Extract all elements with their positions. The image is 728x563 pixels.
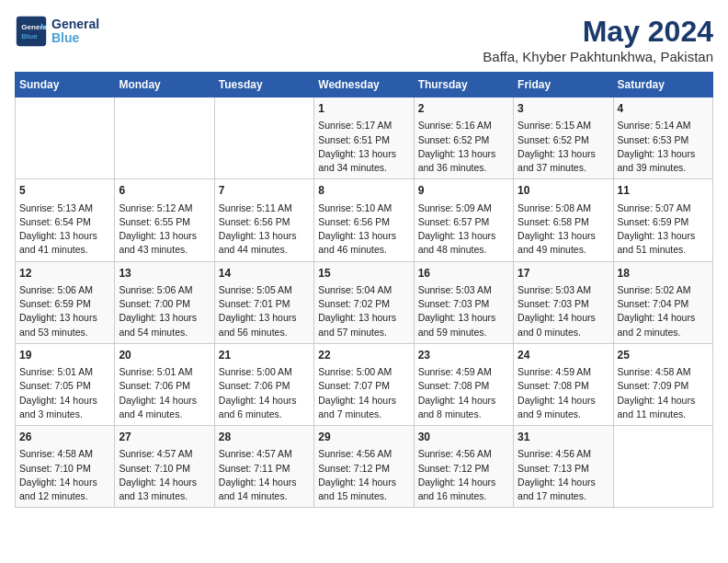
calendar-cell: 3Sunrise: 5:15 AMSunset: 6:52 PMDaylight… [514,98,613,179]
day-info: Sunrise: 5:12 AMSunset: 6:55 PMDaylight:… [119,201,210,258]
day-info: Sunrise: 4:57 AMSunset: 7:11 PMDaylight:… [219,447,310,503]
svg-text:Blue: Blue [21,32,38,40]
day-info: Sunrise: 4:59 AMSunset: 7:08 PMDaylight:… [418,365,509,421]
day-number: 31 [518,430,609,445]
day-number: 4 [618,101,709,117]
calendar-week-row: 12Sunrise: 5:06 AMSunset: 6:59 PMDayligh… [16,261,713,343]
calendar-cell: 4Sunrise: 5:14 AMSunset: 6:53 PMDaylight… [613,98,712,179]
calendar-cell: 26Sunrise: 4:58 AMSunset: 7:10 PMDayligh… [16,426,115,508]
day-info: Sunrise: 5:09 AMSunset: 6:57 PMDaylight:… [418,201,509,258]
day-number: 16 [418,266,509,282]
day-info: Sunrise: 4:58 AMSunset: 7:09 PMDaylight:… [618,365,709,421]
day-number: 25 [618,348,709,363]
logo-text: GeneralBlue [51,17,99,46]
day-number: 19 [19,348,110,363]
calendar-week-row: 19Sunrise: 5:01 AMSunset: 7:05 PMDayligh… [16,343,713,425]
day-number: 10 [518,183,609,199]
calendar-cell: 17Sunrise: 5:03 AMSunset: 7:03 PMDayligh… [514,261,613,343]
day-info: Sunrise: 5:13 AMSunset: 6:54 PMDaylight:… [19,201,110,258]
calendar-cell: 6Sunrise: 5:12 AMSunset: 6:55 PMDaylight… [115,179,214,261]
day-number: 22 [318,348,409,363]
day-number: 21 [219,348,310,363]
day-info: Sunrise: 5:15 AMSunset: 6:52 PMDaylight:… [518,119,609,175]
weekday-header-row: SundayMondayTuesdayWednesdayThursdayFrid… [16,73,713,98]
weekday-header: Thursday [414,73,513,98]
day-info: Sunrise: 4:56 AMSunset: 7:12 PMDaylight:… [318,447,409,503]
calendar-cell: 16Sunrise: 5:03 AMSunset: 7:03 PMDayligh… [414,261,513,343]
calendar-cell: 13Sunrise: 5:06 AMSunset: 7:00 PMDayligh… [115,261,214,343]
day-number: 7 [219,183,310,199]
calendar-cell: 10Sunrise: 5:08 AMSunset: 6:58 PMDayligh… [514,179,613,261]
calendar-cell: 27Sunrise: 4:57 AMSunset: 7:10 PMDayligh… [115,426,214,508]
calendar-cell: 31Sunrise: 4:56 AMSunset: 7:13 PMDayligh… [514,426,613,508]
day-number: 23 [418,348,509,363]
calendar-table: SundayMondayTuesdayWednesdayThursdayFrid… [15,72,713,508]
calendar-cell: 7Sunrise: 5:11 AMSunset: 6:56 PMDaylight… [214,179,313,261]
day-info: Sunrise: 5:02 AMSunset: 7:04 PMDaylight:… [618,283,709,339]
calendar-cell: 2Sunrise: 5:16 AMSunset: 6:52 PMDaylight… [414,98,513,179]
day-info: Sunrise: 5:14 AMSunset: 6:53 PMDaylight:… [618,119,709,175]
day-number: 24 [518,348,609,363]
calendar-cell: 24Sunrise: 4:59 AMSunset: 7:08 PMDayligh… [514,343,613,425]
calendar-cell: 8Sunrise: 5:10 AMSunset: 6:56 PMDaylight… [314,179,414,261]
calendar-cell: 5Sunrise: 5:13 AMSunset: 6:54 PMDaylight… [16,179,115,261]
day-info: Sunrise: 5:07 AMSunset: 6:59 PMDaylight:… [618,201,709,258]
day-number: 17 [518,266,609,282]
calendar-cell: 21Sunrise: 5:00 AMSunset: 7:06 PMDayligh… [214,343,313,425]
day-info: Sunrise: 5:00 AMSunset: 7:06 PMDaylight:… [219,365,310,421]
day-info: Sunrise: 5:17 AMSunset: 6:51 PMDaylight:… [318,119,409,175]
calendar-cell [214,98,313,179]
day-info: Sunrise: 4:57 AMSunset: 7:10 PMDaylight:… [119,447,210,503]
day-number: 27 [119,430,210,445]
day-info: Sunrise: 4:56 AMSunset: 7:13 PMDaylight:… [518,447,609,503]
calendar-cell: 29Sunrise: 4:56 AMSunset: 7:12 PMDayligh… [314,426,414,508]
calendar-cell: 14Sunrise: 5:05 AMSunset: 7:01 PMDayligh… [214,261,313,343]
calendar-cell: 15Sunrise: 5:04 AMSunset: 7:02 PMDayligh… [314,261,414,343]
weekday-header: Friday [514,73,613,98]
calendar-cell: 11Sunrise: 5:07 AMSunset: 6:59 PMDayligh… [613,179,712,261]
page-header: General Blue GeneralBlue May 2024 Baffa,… [15,15,713,64]
calendar-cell: 18Sunrise: 5:02 AMSunset: 7:04 PMDayligh… [613,261,712,343]
logo-icon: General Blue [15,15,48,48]
calendar-cell: 30Sunrise: 4:56 AMSunset: 7:12 PMDayligh… [414,426,513,508]
day-number: 11 [618,183,709,199]
calendar-cell: 23Sunrise: 4:59 AMSunset: 7:08 PMDayligh… [414,343,513,425]
day-number: 26 [19,430,110,445]
day-number: 18 [618,266,709,282]
weekday-header: Tuesday [214,73,313,98]
day-info: Sunrise: 5:11 AMSunset: 6:56 PMDaylight:… [219,201,310,258]
calendar-cell [115,98,214,179]
day-info: Sunrise: 4:59 AMSunset: 7:08 PMDaylight:… [518,365,609,421]
day-info: Sunrise: 4:56 AMSunset: 7:12 PMDaylight:… [418,447,509,503]
day-number: 3 [518,101,609,117]
calendar-cell: 1Sunrise: 5:17 AMSunset: 6:51 PMDaylight… [314,98,414,179]
calendar-cell: 20Sunrise: 5:01 AMSunset: 7:06 PMDayligh… [115,343,214,425]
day-info: Sunrise: 5:04 AMSunset: 7:02 PMDaylight:… [318,283,409,339]
day-number: 30 [418,430,509,445]
calendar-cell [613,426,712,508]
day-number: 9 [418,183,509,199]
day-info: Sunrise: 5:01 AMSunset: 7:05 PMDaylight:… [19,365,110,421]
weekday-header: Wednesday [314,73,414,98]
day-info: Sunrise: 5:03 AMSunset: 7:03 PMDaylight:… [418,283,509,339]
day-info: Sunrise: 5:03 AMSunset: 7:03 PMDaylight:… [518,283,609,339]
day-info: Sunrise: 5:06 AMSunset: 7:00 PMDaylight:… [119,283,210,339]
calendar-cell: 19Sunrise: 5:01 AMSunset: 7:05 PMDayligh… [16,343,115,425]
weekday-header: Monday [115,73,214,98]
day-number: 6 [119,183,210,199]
title-block: May 2024 Baffa, Khyber Pakhtunkhwa, Paki… [483,15,713,64]
day-info: Sunrise: 5:01 AMSunset: 7:06 PMDaylight:… [119,365,210,421]
day-number: 29 [318,430,409,445]
day-info: Sunrise: 5:10 AMSunset: 6:56 PMDaylight:… [318,201,409,258]
weekday-header: Saturday [613,73,712,98]
day-number: 28 [219,430,310,445]
calendar-week-row: 26Sunrise: 4:58 AMSunset: 7:10 PMDayligh… [16,426,713,508]
day-number: 20 [119,348,210,363]
calendar-week-row: 1Sunrise: 5:17 AMSunset: 6:51 PMDaylight… [16,98,713,179]
logo: General Blue GeneralBlue [15,15,99,48]
calendar-cell: 28Sunrise: 4:57 AMSunset: 7:11 PMDayligh… [214,426,313,508]
day-info: Sunrise: 5:08 AMSunset: 6:58 PMDaylight:… [518,201,609,258]
day-info: Sunrise: 5:05 AMSunset: 7:01 PMDaylight:… [219,283,310,339]
calendar-cell: 22Sunrise: 5:00 AMSunset: 7:07 PMDayligh… [314,343,414,425]
day-info: Sunrise: 4:58 AMSunset: 7:10 PMDaylight:… [19,447,110,503]
